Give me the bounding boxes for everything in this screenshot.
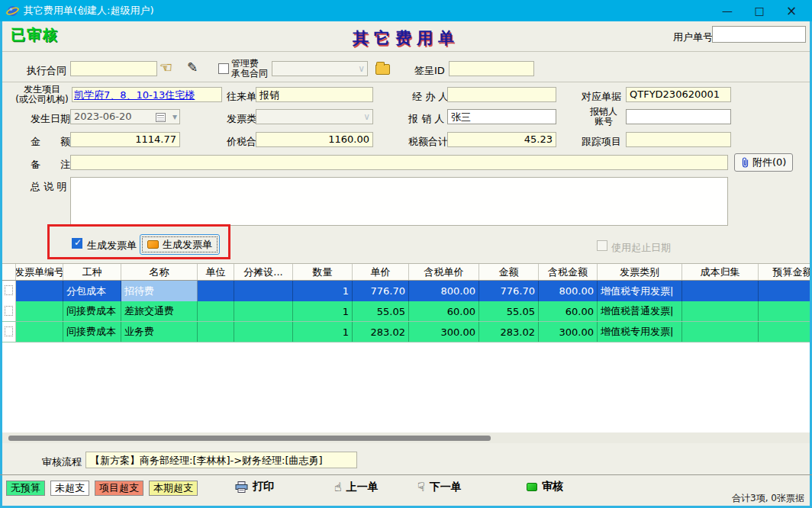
remark-input[interactable] (70, 155, 728, 170)
table-cell[interactable] (234, 301, 293, 321)
table-cell[interactable] (198, 301, 234, 321)
table-cell[interactable]: 招待费 (121, 281, 198, 301)
scrollbar-thumb[interactable] (8, 436, 491, 441)
project-link-field[interactable]: 凯学府7、8、10-13住宅楼 (72, 87, 222, 102)
table-cell[interactable]: 776.70 (479, 281, 539, 301)
table-cell[interactable]: 增值税专用发票| (598, 322, 682, 342)
table-cell[interactable]: 283.02 (479, 322, 539, 342)
gross-total-input[interactable]: 1160.00 (256, 132, 373, 147)
table-cell[interactable]: 55.05 (479, 301, 539, 321)
table-cell[interactable]: 55.05 (353, 301, 409, 321)
mgmt-contract-select[interactable]: ∨ (272, 61, 368, 76)
table-cell[interactable] (198, 322, 234, 342)
column-header[interactable]: 成本归集 (682, 264, 759, 280)
column-header[interactable]: 金额 (479, 264, 539, 280)
column-header[interactable]: 分摊设... (234, 264, 293, 280)
table-cell[interactable] (234, 322, 293, 342)
table-cell[interactable]: 间接费成本 (63, 322, 121, 342)
partner-input[interactable]: 报销 (256, 87, 373, 102)
table-cell[interactable]: 1 (293, 301, 353, 321)
reimburser-input[interactable]: 张三 (447, 109, 556, 124)
select-hand-icon[interactable]: ☜ (160, 59, 172, 76)
table-cell[interactable]: 增值税专用发票| (598, 281, 682, 301)
attachment-button[interactable]: 附件(0) (734, 153, 793, 172)
table-cell[interactable]: 300.00 (539, 322, 598, 342)
table-cell[interactable]: 分包成本 (63, 281, 121, 301)
table-cell[interactable] (682, 281, 759, 301)
account-input[interactable] (626, 109, 731, 124)
track-project-input[interactable] (626, 132, 731, 147)
amount-input[interactable]: 1114.77 (70, 132, 180, 147)
folder-icon[interactable] (375, 64, 390, 75)
column-header[interactable]: 工种 (63, 264, 121, 280)
column-header[interactable]: 单位 (198, 264, 234, 280)
maximize-icon[interactable]: □ (743, 0, 775, 21)
table-cell[interactable] (198, 281, 234, 301)
approval-flow-field[interactable]: 【新方案】商务部经理:[李林林]->财务经理:[曲志勇] (85, 452, 357, 468)
agent-label: 经 办 人 (412, 90, 448, 104)
table-cell[interactable] (759, 322, 810, 342)
table-cell[interactable]: 60.00 (539, 301, 598, 321)
horizontal-scrollbar[interactable] (2, 432, 810, 443)
sign-id-input[interactable] (449, 61, 534, 76)
table-cell[interactable] (759, 281, 810, 301)
table-cell[interactable] (759, 301, 810, 321)
table-cell[interactable]: 1 (293, 281, 353, 301)
generate-invoice-button[interactable]: 生成发票单 (140, 234, 220, 255)
column-header[interactable]: 名称 (121, 264, 198, 280)
agent-input[interactable] (447, 87, 556, 102)
edit-pen-icon[interactable]: ✎ (187, 59, 198, 75)
table-cell[interactable]: 800.00 (409, 281, 479, 301)
doc-no-input[interactable]: QTFYD230620001 (626, 87, 731, 102)
table-cell[interactable] (16, 301, 63, 321)
tax-total-input[interactable]: 45.23 (447, 132, 556, 147)
generate-invoice-checkbox[interactable] (72, 238, 82, 249)
column-header[interactable]: 发票单编号 (16, 264, 63, 280)
audit-button[interactable]: 审核 (527, 480, 563, 494)
table-cell[interactable]: 业务费 (121, 322, 198, 342)
table-cell[interactable]: 差旅交通费 (121, 301, 198, 321)
table-cell[interactable] (682, 322, 759, 342)
table-cell[interactable]: 1 (293, 322, 353, 342)
close-icon[interactable]: × (775, 0, 807, 21)
date-range-checkbox[interactable] (597, 240, 607, 251)
row-indicator[interactable] (2, 281, 16, 301)
table-cell[interactable] (234, 281, 293, 301)
date-picker[interactable]: 2023-06-20 ▾ (70, 109, 180, 124)
table-cell[interactable]: 300.00 (409, 322, 479, 342)
user-no-input[interactable] (712, 26, 806, 43)
row-indicator[interactable] (2, 301, 16, 321)
invoice-type-select[interactable]: ∨ (256, 109, 373, 124)
table-cell[interactable] (16, 322, 63, 342)
column-header[interactable]: 发票类别 (598, 264, 682, 280)
table-cell[interactable]: 776.70 (353, 281, 409, 301)
table-row[interactable]: 间接费成本业务费1283.02300.00283.02300.00增值税专用发票… (2, 322, 810, 342)
column-header[interactable]: 数量 (293, 264, 353, 280)
column-header[interactable]: 含税金额 (539, 264, 598, 280)
approval-flow-label: 审核流程 (42, 455, 82, 469)
prev-doc-label: 上一单 (346, 481, 379, 494)
project-link[interactable]: 凯学府7、8、10-13住宅楼 (74, 89, 195, 101)
row-indicator[interactable] (2, 322, 16, 342)
print-button[interactable]: 打印 (235, 480, 274, 494)
table-cell[interactable] (682, 301, 759, 321)
next-doc-label: 下一单 (430, 481, 462, 494)
table-cell[interactable]: 60.00 (409, 301, 479, 321)
table-cell[interactable]: 间接费成本 (63, 301, 121, 321)
prev-doc-button[interactable]: ☝ 上一单 (334, 480, 379, 494)
mgmt-fee-checkbox[interactable] (218, 63, 229, 74)
column-header[interactable]: 预算金额 (759, 264, 810, 280)
column-header[interactable]: 单价 (353, 264, 409, 280)
table-cell[interactable]: 800.00 (539, 281, 598, 301)
table-row[interactable]: 间接费成本差旅交通费155.0560.0055.0560.00增值税普通发票| (2, 301, 810, 322)
exec-contract-input[interactable] (70, 61, 157, 76)
next-doc-button[interactable]: ☟ 下一单 (417, 480, 462, 494)
table-row[interactable]: 分包成本招待费1776.70800.00776.70800.00增值税专用发票| (2, 281, 810, 301)
column-header[interactable] (2, 264, 16, 280)
table-cell[interactable] (16, 281, 63, 301)
minimize-icon[interactable]: — (711, 0, 743, 21)
column-header[interactable]: 含税单价 (409, 264, 479, 280)
table-cell[interactable]: 283.02 (353, 322, 409, 342)
summary-textarea[interactable] (70, 177, 728, 226)
table-cell[interactable]: 增值税普通发票| (598, 301, 682, 321)
